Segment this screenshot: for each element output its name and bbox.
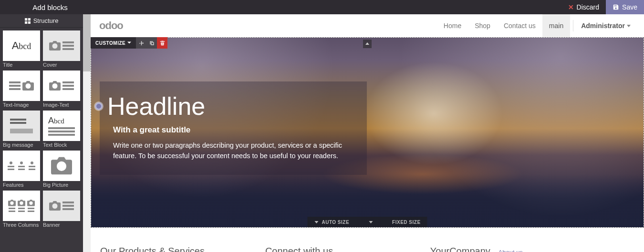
- block-text-block[interactable]: Abcd Text Block: [43, 111, 80, 148]
- panel-title: Add blocks: [0, 3, 100, 11]
- move-icon[interactable]: [136, 37, 146, 49]
- hero-text-box[interactable]: Headline With a great subtitle Write one…: [100, 81, 367, 175]
- features-icon: [8, 161, 35, 170]
- user-name: Administrator: [581, 22, 625, 30]
- svg-rect-0: [25, 18, 27, 20]
- block-label: Image-Text: [43, 102, 80, 108]
- camera-icon: [22, 81, 34, 91]
- block-big-picture[interactable]: Big Picture: [43, 151, 80, 188]
- block-big-message[interactable]: Big message: [3, 111, 40, 148]
- customize-label: CUSTOMIZE: [95, 40, 125, 46]
- chevron-down-icon: [127, 41, 131, 45]
- block-title[interactable]: Abcd Title: [3, 30, 40, 68]
- editor-canvas: odoo Home Shop Contact us main Administr…: [91, 14, 644, 252]
- block-label: Banner: [43, 222, 80, 228]
- lines-icon: [9, 81, 21, 90]
- fixed-size-label: FIXED SIZE: [392, 220, 420, 225]
- nav-link-main[interactable]: main: [542, 14, 570, 37]
- svg-rect-1: [28, 18, 30, 20]
- abcd-icon: Abcd: [12, 40, 31, 52]
- structure-label: Structure: [33, 17, 59, 24]
- nav-divider: [573, 20, 573, 31]
- auto-size-label: AUTO SIZE: [322, 220, 349, 225]
- hero-subtitle[interactable]: With a great subtitle: [113, 125, 353, 135]
- block-toolbar: CUSTOMIZE: [91, 37, 167, 49]
- company-name: YourCompany: [430, 246, 490, 252]
- footer-col-connect: Connect with us Contact us: [265, 246, 411, 252]
- block-label: Text-Image: [3, 102, 40, 108]
- discard-button[interactable]: ✕ Discard: [561, 0, 606, 14]
- logo[interactable]: odoo: [99, 20, 123, 32]
- sidebar-scrollbar[interactable]: [83, 14, 91, 252]
- camera-icon: [51, 157, 72, 175]
- user-menu[interactable]: Administrator: [576, 22, 635, 30]
- customize-button[interactable]: CUSTOMIZE: [91, 37, 136, 49]
- fixed-size-button[interactable]: FIXED SIZE: [392, 220, 420, 225]
- block-label: Title: [3, 62, 40, 68]
- scrollbar-thumb[interactable]: [83, 14, 91, 71]
- block-label: Features: [3, 182, 40, 188]
- block-label: Text Block: [43, 142, 80, 148]
- save-button[interactable]: Save: [606, 0, 644, 14]
- footer-col-title: YourCompany - About us: [430, 246, 634, 252]
- lines-icon: [62, 41, 74, 50]
- camera-icon: [49, 41, 61, 50]
- auto-size-button[interactable]: AUTO SIZE: [314, 220, 349, 225]
- block-features[interactable]: Features: [3, 151, 40, 188]
- block-label: Big Picture: [43, 182, 80, 188]
- nav-link-shop[interactable]: Shop: [468, 22, 497, 30]
- resize-handle-top[interactable]: [363, 40, 372, 48]
- blocks-grid: Abcd Title Cover Text-Image: [0, 28, 83, 231]
- duplicate-icon[interactable]: [146, 37, 157, 49]
- lines-icon: [10, 119, 33, 133]
- hero-block[interactable]: Headline With a great subtitle Write one…: [91, 37, 644, 228]
- nav-link-contact[interactable]: Contact us: [497, 22, 542, 30]
- site-nav: odoo Home Shop Contact us main Administr…: [91, 14, 644, 37]
- footer-col-title: Our Products & Services: [100, 246, 246, 252]
- resize-handle-bottom[interactable]: [368, 220, 373, 224]
- footer-col-company: YourCompany - About us We are a team of …: [430, 246, 634, 252]
- block-three-columns[interactable]: Three Columns: [3, 191, 40, 228]
- footer-columns: Our Products & Services Home Connect wit…: [91, 237, 644, 252]
- block-label: Big message: [3, 142, 40, 148]
- textblock-icon: Abcd: [48, 116, 75, 136]
- blocks-sidebar: Structure Abcd Title Cover: [0, 14, 91, 252]
- hero-headline[interactable]: Headline: [107, 92, 205, 121]
- block-text-image[interactable]: Text-Image: [3, 71, 40, 108]
- camera-icon: [49, 201, 61, 211]
- hero-body[interactable]: Write one or two paragraphs describing y…: [113, 141, 353, 161]
- block-image-text[interactable]: Image-Text: [43, 71, 80, 108]
- svg-rect-3: [28, 21, 30, 23]
- nav-link-home[interactable]: Home: [437, 22, 468, 30]
- about-link[interactable]: - About us: [495, 249, 523, 252]
- three-columns-icon: [8, 200, 35, 212]
- grid-icon: [25, 18, 31, 24]
- camera-icon: [49, 81, 61, 91]
- structure-header[interactable]: Structure: [0, 14, 83, 28]
- discard-label: Discard: [577, 3, 599, 11]
- save-icon: [613, 4, 619, 10]
- hero-size-bar: AUTO SIZE FIXED SIZE: [307, 217, 427, 227]
- chevron-down-icon: [627, 25, 631, 27]
- block-label: Three Columns: [3, 222, 40, 228]
- block-banner[interactable]: Banner: [43, 191, 80, 228]
- lines-icon: [62, 202, 74, 210]
- close-icon: ✕: [568, 3, 574, 11]
- lines-icon: [62, 81, 74, 90]
- block-label: Cover: [43, 62, 80, 68]
- footer-col-products: Our Products & Services Home: [100, 246, 246, 252]
- delete-icon[interactable]: [157, 37, 167, 49]
- drag-handle[interactable]: [95, 102, 103, 110]
- save-label: Save: [622, 3, 637, 11]
- block-cover[interactable]: Cover: [43, 30, 80, 68]
- footer-col-title: Connect with us: [265, 246, 411, 252]
- svg-rect-2: [25, 21, 27, 23]
